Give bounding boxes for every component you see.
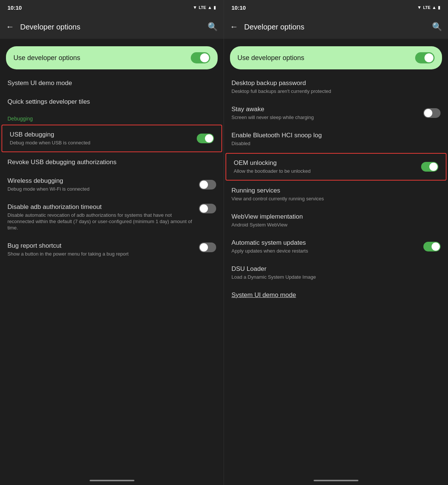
left-disable-adb-thumb: [200, 204, 208, 213]
left-wireless-debugging-subtitle: Debug mode when Wi-Fi is connected: [7, 186, 199, 193]
right-desktop-backup-title: Desktop backup password: [231, 79, 441, 87]
right-system-ui-demo2-item[interactable]: System UI demo mode: [224, 286, 448, 304]
right-desktop-backup-item[interactable]: Desktop backup password Desktop full bac…: [224, 74, 448, 100]
right-webview-item[interactable]: WebView implementation Android System We…: [224, 207, 448, 234]
left-bug-report-thumb: [200, 243, 208, 251]
left-bug-report-subtitle: Show a button in the power menu for taki…: [7, 251, 199, 257]
right-stay-awake-subtitle: Screen will never sleep while charging: [231, 115, 423, 121]
right-auto-updates-switch[interactable]: [423, 242, 441, 251]
left-wireless-debugging-switch[interactable]: [199, 180, 216, 190]
left-revoke-usb-title: Revoke USB debugging authorizations: [7, 158, 216, 166]
right-stay-awake-thumb: [424, 109, 432, 117]
left-page-title: Developer options: [20, 23, 202, 31]
right-running-services-subtitle: View and control currently running servi…: [231, 196, 441, 202]
right-desktop-backup-subtitle: Desktop full backups aren't currently pr…: [231, 88, 441, 95]
signal-icon: ▲: [208, 5, 212, 10]
left-wireless-debugging-title: Wireless debugging: [7, 177, 199, 185]
left-disable-adb-subtitle: Disable automatic revocation of adb auth…: [7, 212, 199, 231]
right-oem-unlocking-switch[interactable]: [421, 162, 438, 172]
right-status-bar: 10:10 ▼ LTE ▲ ▮: [224, 0, 448, 15]
right-wifi-icon: ▼: [417, 5, 421, 10]
right-bluetooth-hci-subtitle: Disabled: [231, 141, 441, 147]
right-app-bar: ← Developer options 🔍: [224, 15, 448, 39]
left-app-bar: ← Developer options 🔍: [0, 15, 224, 39]
left-dev-options-toggle[interactable]: Use developer options: [6, 46, 218, 69]
wifi-icon: ▼: [193, 5, 197, 10]
right-status-icons: ▼ LTE ▲ ▮: [417, 5, 441, 10]
left-quick-settings-item[interactable]: Quick settings developer tiles: [0, 93, 224, 111]
right-stay-awake-title: Stay awake: [231, 105, 423, 113]
right-dsu-loader-title: DSU Loader: [231, 265, 441, 273]
right-oem-unlocking-subtitle: Allow the bootloader to be unlocked: [234, 168, 421, 175]
right-bottom-indicator: [224, 476, 448, 485]
left-disable-adb-switch[interactable]: [199, 204, 216, 213]
right-running-services-title: Running services: [231, 187, 441, 195]
left-bottom-indicator: [0, 476, 224, 485]
right-auto-updates-subtitle: Apply updates when device restarts: [231, 248, 423, 254]
right-stay-awake-item[interactable]: Stay awake Screen will never sleep while…: [224, 100, 448, 126]
left-bug-report-title: Bug report shortcut: [7, 242, 199, 250]
left-content: Use developer options System UI demo mod…: [0, 39, 224, 476]
right-oem-unlocking-thumb: [429, 163, 438, 171]
left-usb-debugging-switch[interactable]: [197, 134, 214, 143]
left-usb-debugging-item[interactable]: USB debugging Debug mode when USB is con…: [1, 125, 222, 152]
right-auto-updates-thumb: [432, 242, 440, 251]
battery-icon: ▮: [214, 5, 216, 10]
right-auto-updates-item[interactable]: Automatic system updates Apply updates w…: [224, 234, 448, 260]
left-bug-report-item[interactable]: Bug report shortcut Show a button in the…: [0, 237, 224, 263]
left-system-ui-demo-title: System UI demo mode: [7, 79, 216, 87]
right-running-services-item[interactable]: Running services View and control curren…: [224, 181, 448, 207]
left-wireless-debugging-item[interactable]: Wireless debugging Debug mode when Wi-Fi…: [0, 172, 224, 198]
right-oem-unlocking-item[interactable]: OEM unlocking Allow the bootloader to be…: [225, 153, 447, 181]
right-status-time: 10:10: [231, 4, 246, 11]
left-wireless-debugging-thumb: [200, 181, 208, 189]
right-dev-options-toggle[interactable]: Use developer options: [230, 46, 442, 69]
right-battery-icon: ▮: [438, 5, 441, 10]
right-stay-awake-switch[interactable]: [423, 108, 441, 118]
right-search-button[interactable]: 🔍: [432, 22, 442, 32]
right-content: Use developer options Desktop backup pas…: [224, 39, 448, 476]
right-page-title: Developer options: [244, 23, 426, 31]
right-phone-panel: 10:10 ▼ LTE ▲ ▮ ← Developer options 🔍 Us…: [224, 0, 448, 485]
right-back-button[interactable]: ←: [230, 22, 238, 32]
left-search-button[interactable]: 🔍: [208, 22, 218, 32]
right-dev-options-label: Use developer options: [237, 54, 304, 62]
right-system-ui-demo2-title: System UI demo mode: [231, 291, 441, 299]
left-bottom-bar: [90, 480, 134, 481]
left-dev-options-thumb: [200, 53, 209, 62]
left-usb-debugging-title: USB debugging: [10, 131, 197, 139]
left-quick-settings-title: Quick settings developer tiles: [7, 98, 216, 106]
right-webview-subtitle: Android System WebView: [231, 222, 441, 228]
right-bluetooth-hci-title: Enable Bluetooth HCI snoop log: [231, 131, 441, 140]
left-disable-adb-item[interactable]: Disable adb authorization timeout Disabl…: [0, 198, 224, 237]
right-signal-icon: ▲: [432, 5, 436, 10]
right-bottom-bar: [314, 480, 358, 481]
right-oem-unlocking-title: OEM unlocking: [234, 159, 421, 167]
right-dev-options-thumb: [424, 53, 433, 62]
right-bluetooth-hci-item[interactable]: Enable Bluetooth HCI snoop log Disabled: [224, 126, 448, 152]
left-status-icons: ▼ LTE ▲ ▮: [193, 5, 216, 10]
right-auto-updates-title: Automatic system updates: [231, 239, 423, 247]
right-dsu-loader-item[interactable]: DSU Loader Load a Dynamic System Update …: [224, 260, 448, 286]
left-system-ui-demo-item[interactable]: System UI demo mode: [0, 74, 224, 93]
right-lte-text: LTE: [423, 5, 430, 10]
left-back-button[interactable]: ←: [6, 22, 14, 32]
left-status-bar: 10:10 ▼ LTE ▲ ▮: [0, 0, 224, 15]
left-bug-report-switch[interactable]: [199, 242, 216, 252]
right-dsu-loader-subtitle: Load a Dynamic System Update Image: [231, 274, 441, 281]
left-usb-debugging-subtitle: Debug mode when USB is connected: [10, 140, 197, 146]
left-debugging-section: Debugging: [0, 111, 224, 124]
right-dev-options-switch[interactable]: [415, 52, 435, 63]
left-dev-options-label: Use developer options: [13, 54, 80, 62]
left-dev-options-switch[interactable]: [191, 52, 210, 63]
right-webview-title: WebView implementation: [231, 213, 441, 221]
left-usb-debugging-thumb: [205, 134, 213, 143]
left-status-time: 10:10: [7, 4, 22, 11]
lte-text: LTE: [199, 5, 206, 10]
left-phone-panel: 10:10 ▼ LTE ▲ ▮ ← Developer options 🔍 Us…: [0, 0, 224, 485]
left-revoke-usb-item[interactable]: Revoke USB debugging authorizations: [0, 153, 224, 172]
left-disable-adb-title: Disable adb authorization timeout: [7, 203, 199, 211]
